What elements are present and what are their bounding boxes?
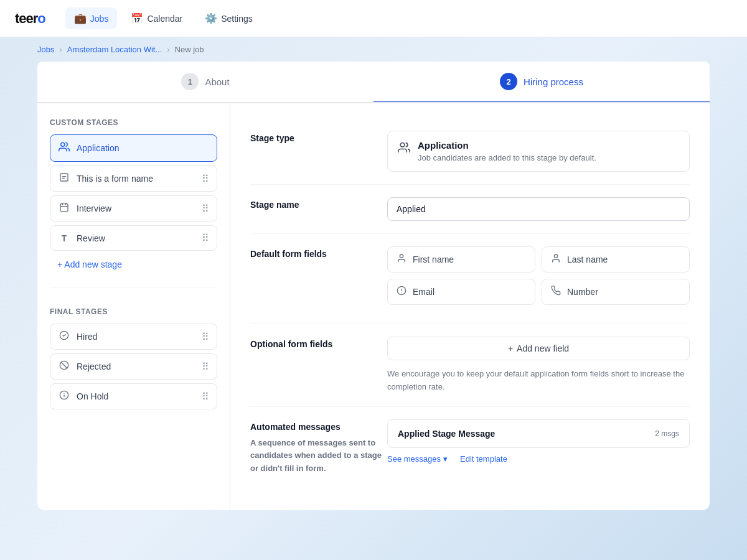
drag-handle-review: ⠿: [202, 232, 209, 244]
custom-stages-label: Custom stages: [50, 118, 217, 127]
settings-icon: ⚙️: [205, 12, 217, 24]
stage-type-info: Application Job candidates are added to …: [418, 140, 596, 162]
calendar-icon: 📅: [131, 12, 143, 24]
stage-item-onhold[interactable]: On Hold ⠿: [50, 383, 217, 409]
form-icon: [58, 172, 70, 185]
add-field-icon: +: [508, 343, 513, 353]
nav-item-settings[interactable]: ⚙️ Settings: [196, 7, 261, 29]
optional-form-fields-content: + Add new field We encourage you to keep…: [387, 337, 690, 394]
stage-type-content: Application Job candidates are added to …: [387, 131, 690, 172]
stage-item-review[interactable]: T Review ⠿: [50, 225, 217, 251]
edit-template-label: Edit template: [460, 454, 507, 464]
stage-name-label: Stage name: [250, 197, 387, 210]
final-stages-label: Final stages: [50, 307, 217, 316]
left-panel: Custom stages Application: [37, 103, 230, 510]
stage-item-rejected[interactable]: Rejected ⠿: [50, 353, 217, 380]
tab-hiring-number: 2: [500, 73, 517, 90]
section-divider: [50, 287, 217, 297]
stage-label-onhold: On Hold: [77, 391, 108, 401]
svg-point-15: [400, 254, 403, 258]
right-panel: Stage type Application Job candidates ar…: [230, 103, 710, 510]
field-email: Email: [387, 279, 535, 305]
field-firstname: First name: [387, 246, 535, 273]
check-circle-icon: [58, 330, 70, 343]
message-count: 2 msgs: [655, 429, 679, 438]
nav-item-jobs[interactable]: 💼 Jobs: [65, 7, 118, 29]
breadcrumb: Jobs › Amsterdam Location Wit... › New j…: [0, 37, 747, 62]
field-email-label: Email: [413, 287, 435, 297]
field-number: Number: [542, 279, 690, 305]
stage-type-desc: Job candidates are added to this stage b…: [418, 153, 596, 162]
tab-hiring-label: Hiring process: [524, 77, 583, 87]
encourage-text: We encourage you to keep your default ap…: [387, 368, 690, 394]
drag-handle-onhold: ⠿: [202, 391, 209, 403]
stage-item-form[interactable]: This is a form name ⠿: [50, 166, 217, 192]
default-form-fields-row: Default form fields First name: [250, 234, 690, 324]
add-field-label: Add new field: [517, 343, 569, 353]
stage-item-interview[interactable]: Interview ⠿: [50, 195, 217, 222]
application-stage-icon: [398, 141, 410, 157]
tab-hiring[interactable]: 2 Hiring process: [374, 62, 710, 103]
see-messages-label: See messages: [387, 454, 441, 464]
stage-item-hired[interactable]: Hired ⠿: [50, 324, 217, 350]
nav-label-settings: Settings: [221, 14, 253, 24]
message-title: Applied Stage Message: [398, 429, 495, 439]
tab-about[interactable]: 1 About: [37, 62, 374, 103]
drag-handle-hired: ⠿: [202, 331, 209, 343]
field-number-label: Number: [567, 287, 598, 297]
stage-label-interview: Interview: [77, 203, 111, 213]
add-stage-button[interactable]: + Add new stage: [50, 254, 217, 274]
chevron-down-icon: ▾: [443, 454, 448, 464]
tab-bar: 1 About 2 Hiring process: [37, 62, 710, 103]
drag-handle-interview: ⠿: [202, 203, 209, 215]
automated-messages-content: Applied Stage Message 2 msgs See message…: [387, 419, 690, 464]
breadcrumb-current: New job: [175, 45, 204, 54]
stage-item-application[interactable]: Application: [50, 134, 217, 162]
nav-item-calendar[interactable]: 📅 Calendar: [122, 7, 191, 29]
optional-form-fields-label: Optional form fields: [250, 337, 387, 349]
people-icon: [58, 141, 70, 155]
tab-about-number: 1: [181, 73, 199, 90]
info-icon: [58, 390, 70, 403]
see-messages-link[interactable]: See messages ▾: [387, 454, 448, 464]
stage-type-label: Stage type: [250, 131, 387, 143]
svg-line-10: [61, 362, 67, 368]
stage-label-rejected: Rejected: [77, 362, 111, 371]
interview-icon: [58, 202, 70, 215]
logo: teero: [15, 11, 45, 27]
svg-rect-4: [60, 204, 68, 212]
breadcrumb-jobs[interactable]: Jobs: [37, 45, 54, 54]
breadcrumb-sep-1: ›: [59, 45, 62, 54]
stage-type-card: Application Job candidates are added to …: [387, 131, 690, 172]
add-stage-label: + Add new stage: [57, 259, 122, 269]
add-field-button[interactable]: + Add new field: [387, 337, 690, 360]
field-firstname-label: First name: [413, 254, 454, 264]
breadcrumb-location[interactable]: Amsterdam Location Wit...: [67, 45, 162, 54]
svg-point-14: [400, 143, 405, 147]
breadcrumb-sep-2: ›: [167, 45, 169, 54]
edit-template-link[interactable]: Edit template: [460, 454, 507, 464]
ban-icon: [58, 360, 70, 373]
nav-items: 💼 Jobs 📅 Calendar ⚙️ Settings: [65, 7, 261, 29]
message-card: Applied Stage Message 2 msgs: [387, 419, 690, 448]
main-content: Custom stages Application: [37, 103, 710, 510]
phone-icon: [551, 286, 561, 298]
svg-point-16: [554, 254, 557, 258]
stage-label-hired: Hired: [77, 332, 97, 342]
stage-name-input[interactable]: [387, 197, 690, 221]
stage-type-row: Stage type Application Job candidates ar…: [250, 118, 690, 185]
top-navigation: teero 💼 Jobs 📅 Calendar ⚙️ Settings: [0, 0, 747, 37]
review-icon: T: [58, 233, 70, 243]
field-lastname-label: Last name: [567, 254, 608, 264]
stage-name-content: [387, 197, 690, 221]
tab-about-label: About: [205, 77, 229, 87]
optional-form-fields-row: Optional form fields + Add new field We …: [250, 324, 690, 407]
default-form-fields-label: Default form fields: [250, 246, 387, 259]
default-form-fields-content: First name Last name: [387, 246, 690, 311]
stage-label-application: Application: [77, 143, 120, 153]
automated-messages-row: Automated messages A sequence of message…: [250, 407, 690, 495]
stage-label-review: Review: [77, 233, 105, 243]
stage-name-row: Stage name: [250, 185, 690, 234]
svg-point-0: [61, 142, 65, 146]
fields-grid: First name Last name: [387, 246, 690, 305]
